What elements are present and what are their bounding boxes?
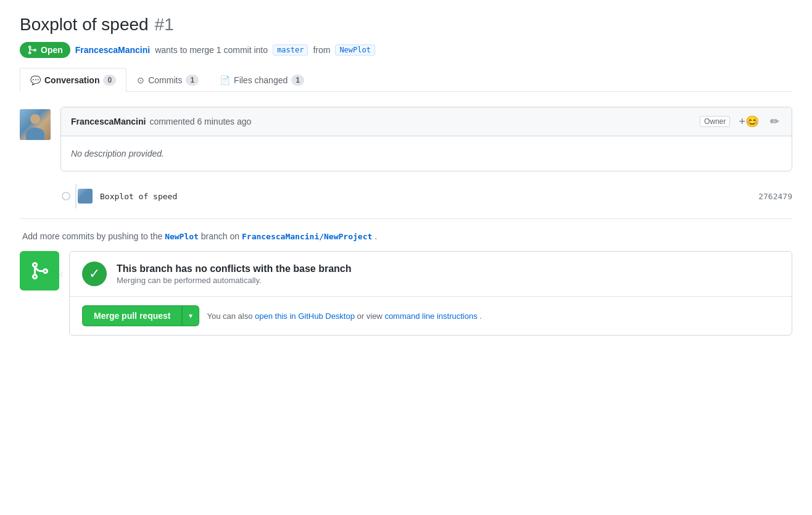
merge-dropdown-button[interactable]: ▾ [182,305,199,326]
newplot-branch-link[interactable]: NewPlot [165,232,199,241]
base-branch-tag: master [273,44,308,56]
comment-timestamp: commented 6 minutes ago [149,117,251,126]
comment-body: No description provided. [61,136,792,171]
commit-item: Boxplot of speed 2762479 [62,184,792,208]
tabs-bar: 💬 Conversation 0 ⊙ Commits 1 📄 Files cha… [20,68,792,92]
merge-pull-request-button[interactable]: Merge pull request [82,305,182,326]
comment-author: FrancescaMancini [71,117,146,126]
info-prefix: Add more commits by pushing to the [22,231,162,241]
tab-files-changed[interactable]: 📄 Files changed 1 [209,68,315,92]
repo-link[interactable]: FrancescaMancini/NewProject [242,232,372,241]
pr-status-desc: wants to merge 1 commit into [155,45,268,55]
merge-status-subtitle: Merging can be performed automatically. [117,276,352,285]
commit-hash: 2762479 [758,192,792,201]
conversation-icon: 💬 [30,75,41,85]
merge-extra-text: You can also open this in GitHub Desktop… [207,311,481,321]
pr-title-text: Boxplot of speed [20,15,149,35]
tab-conversation-count: 0 [103,75,116,86]
commit-message: Boxplot of speed [100,192,751,201]
merge-box: ✓ This branch has no conflicts with the … [69,251,792,336]
pr-title-number: #1 [155,15,174,35]
extra-middle: or view [357,311,383,321]
merge-sidebar-icon: ‹ [20,251,59,290]
merge-status: ✓ This branch has no conflicts with the … [70,252,792,296]
head-branch-tag: NewPlot [335,44,375,56]
comment-header-left: FrancescaMancini commented 6 minutes ago [71,117,251,126]
commit-dot [62,192,70,200]
commit-timeline: Boxplot of speed 2762479 [20,184,792,208]
owner-badge: Owner [700,116,730,127]
pr-title: Boxplot of speed #1 [20,15,792,35]
merge-button-group: Merge pull request ▾ [82,305,199,326]
from-label: from [313,45,330,55]
add-reaction-button[interactable]: +😊 [736,113,761,130]
open-badge-label: Open [41,45,63,55]
author-link[interactable]: FrancescaMancini [75,45,150,55]
comment-header-right: Owner +😊 ✏ [700,113,782,130]
merge-actions: Merge pull request ▾ You can also open t… [70,296,792,335]
tab-conversation[interactable]: 💬 Conversation 0 [20,68,126,92]
merge-status-title: This branch has no conflicts with the ba… [117,263,352,274]
pr-author: FrancescaMancini [75,45,150,55]
comment-header: FrancescaMancini commented 6 minutes ago… [61,107,792,136]
expand-arrow-icon: ‹ [59,266,68,275]
tab-files-count: 1 [291,75,304,86]
comment-body-text: No description provided. [71,149,164,159]
comment-section: FrancescaMancini commented 6 minutes ago… [20,107,792,171]
info-text: Add more commits by pushing to the NewPl… [20,231,792,241]
tab-files-label: Files changed [234,75,288,85]
commits-icon: ⊙ [137,75,144,85]
extra-suffix: . [479,311,482,321]
merge-icon [27,45,37,55]
commit-avatar [78,189,93,204]
tab-commits-label: Commits [148,75,182,85]
extra-prefix: You can also [207,311,252,321]
github-desktop-link[interactable]: open this in GitHub Desktop [255,311,355,321]
open-badge: Open [20,42,70,58]
tab-commits[interactable]: ⊙ Commits 1 [126,68,209,92]
files-icon: 📄 [220,75,230,85]
merge-sidebar-svg [30,261,49,281]
info-middle: branch on [201,231,239,241]
tab-commits-count: 1 [186,75,199,86]
info-suffix: . [375,231,377,241]
tab-conversation-label: Conversation [44,75,99,85]
comment-box: FrancescaMancini commented 6 minutes ago… [60,107,792,171]
pr-status-line: Open FrancescaMancini wants to merge 1 c… [20,42,792,58]
merge-status-text: This branch has no conflicts with the ba… [117,263,352,285]
avatar-image [20,109,51,140]
check-circle-icon: ✓ [82,262,107,286]
section-divider [20,218,792,219]
command-line-link[interactable]: command line instructions [384,311,477,321]
merge-section: ‹ ✓ This branch has no conflicts with th… [20,251,792,336]
avatar [20,109,51,140]
edit-comment-button[interactable]: ✏ [768,113,782,130]
